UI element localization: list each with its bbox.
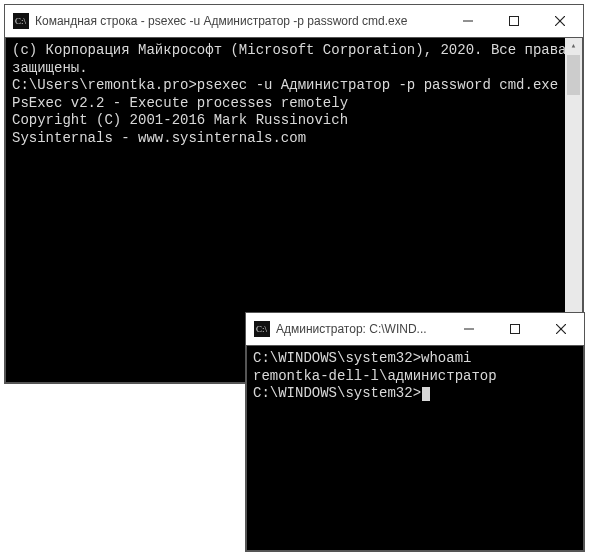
close-button[interactable] xyxy=(537,5,583,37)
maximize-button[interactable] xyxy=(491,5,537,37)
svg-rect-9 xyxy=(511,325,520,334)
maximize-button[interactable] xyxy=(492,313,538,345)
window-title: Администратор: C:\WIND... xyxy=(276,322,446,336)
terminal-line: remontka-dell-l\администратор xyxy=(253,368,577,386)
window-controls xyxy=(446,313,584,345)
terminal-line: C:\WINDOWS\system32>whoami xyxy=(253,350,577,368)
window-title: Командная строка - psexec -u Администрат… xyxy=(35,14,445,28)
terminal-line: Sysinternals - www.sysinternals.com xyxy=(12,130,576,148)
svg-rect-3 xyxy=(510,17,519,26)
terminal-line: C:\WINDOWS\system32> xyxy=(253,385,577,403)
minimize-button[interactable] xyxy=(446,313,492,345)
scrollbar-thumb[interactable] xyxy=(567,55,580,95)
terminal-output[interactable]: C:\WINDOWS\system32>whoamiremontka-dell-… xyxy=(246,345,584,551)
cmd-window-foreground[interactable]: C:\ Администратор: C:\WIND... C:\WINDOWS… xyxy=(245,312,585,552)
svg-text:C:\: C:\ xyxy=(256,324,268,334)
cursor xyxy=(422,387,430,401)
cmd-icon: C:\ xyxy=(254,321,270,337)
window-controls xyxy=(445,5,583,37)
svg-text:C:\: C:\ xyxy=(15,16,27,26)
terminal-line: PsExec v2.2 - Execute processes remotely xyxy=(12,95,576,113)
chevron-up-icon[interactable]: ▴ xyxy=(565,38,582,55)
terminal-line: (c) Корпорация Майкрософт (Microsoft Cor… xyxy=(12,42,576,77)
close-button[interactable] xyxy=(538,313,584,345)
titlebar[interactable]: C:\ Командная строка - psexec -u Админис… xyxy=(5,5,583,37)
terminal-line: C:\Users\remontka.pro>psexec -u Админист… xyxy=(12,77,576,95)
minimize-button[interactable] xyxy=(445,5,491,37)
titlebar[interactable]: C:\ Администратор: C:\WIND... xyxy=(246,313,584,345)
cmd-icon: C:\ xyxy=(13,13,29,29)
terminal-line: Copyright (C) 2001-2016 Mark Russinovich xyxy=(12,112,576,130)
